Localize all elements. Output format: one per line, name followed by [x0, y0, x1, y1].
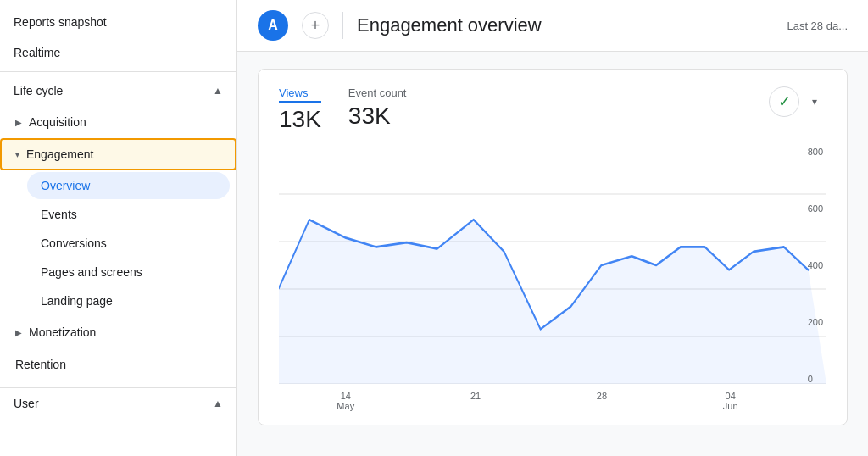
y-label-800: 800 — [808, 147, 823, 157]
reports-snapshot-label: Reports snapshot — [14, 15, 107, 29]
views-label: Views — [279, 86, 321, 103]
chart-controls: ✓ ▾ — [769, 86, 826, 117]
avatar-letter: A — [268, 18, 278, 33]
user-expand-icon: ▲ — [213, 398, 223, 409]
metrics-row: Views 13K Event count 33K ✓ ▾ — [279, 86, 826, 133]
events-label: Events — [41, 208, 77, 221]
pages-and-screens-label: Pages and screens — [41, 265, 142, 279]
nav-group-monetization: ▶ Monetization — [0, 316, 236, 348]
nav-group-header-engagement[interactable]: ▾ Engagement — [0, 138, 236, 170]
x-label-21: 21 — [470, 391, 481, 411]
add-icon: + — [311, 17, 320, 35]
sidebar-item-reports-snapshot[interactable]: Reports snapshot — [0, 7, 236, 37]
lifecycle-section: Life cycle ▲ ▶ Acquisition ▾ Engagement … — [0, 71, 236, 381]
metric-event-count: Event count 33K — [348, 86, 407, 130]
add-property-button[interactable]: + — [302, 12, 329, 39]
event-count-value: 33K — [348, 103, 407, 130]
x-label-14: 14 May — [337, 391, 354, 411]
y-axis-labels: 800 600 400 200 0 — [804, 147, 826, 384]
chart-card: Views 13K Event count 33K ✓ ▾ — [258, 69, 848, 425]
sidebar-item-pages-and-screens[interactable]: Pages and screens — [27, 259, 230, 286]
lifecycle-label: Life cycle — [14, 84, 63, 97]
checkmark-icon: ✓ — [778, 92, 791, 111]
page-title: Engagement overview — [357, 14, 773, 36]
line-chart — [279, 147, 826, 384]
content-area: Views 13K Event count 33K ✓ ▾ — [237, 52, 868, 456]
sidebar: Reports snapshot Realtime Life cycle ▲ ▶… — [0, 0, 237, 456]
compare-button[interactable]: ✓ — [769, 86, 799, 117]
sidebar-item-conversions[interactable]: Conversions — [27, 230, 230, 257]
chart-container: 800 600 400 200 0 — [279, 147, 826, 384]
y-label-400: 400 — [808, 260, 823, 270]
acquisition-arrow-icon: ▶ — [15, 118, 22, 127]
engagement-label: Engagement — [26, 147, 93, 161]
conversions-label: Conversions — [41, 236, 107, 250]
user-label: User — [14, 397, 39, 410]
x-label-04: 04 Jun — [723, 391, 738, 411]
nav-group-retention: Retention — [0, 348, 236, 381]
y-label-600: 600 — [808, 203, 823, 214]
nav-group-acquisition: ▶ Acquisition — [0, 106, 236, 138]
overview-label: Overview — [41, 179, 90, 192]
top-bar-divider — [342, 12, 343, 39]
user-section-header[interactable]: User ▲ — [0, 388, 236, 419]
monetization-arrow-icon: ▶ — [15, 328, 22, 337]
main-content: A + Engagement overview Last 28 da... Vi… — [237, 0, 868, 456]
sidebar-item-events[interactable]: Events — [27, 201, 230, 228]
lifecycle-collapse-icon: ▲ — [213, 85, 223, 97]
dropdown-arrow-icon: ▾ — [812, 96, 817, 108]
landing-page-label: Landing page — [41, 294, 113, 308]
event-count-label: Event count — [348, 86, 407, 99]
chart-options-dropdown[interactable]: ▾ — [803, 86, 826, 117]
nav-group-header-acquisition[interactable]: ▶ Acquisition — [0, 106, 236, 138]
nav-group-header-monetization[interactable]: ▶ Monetization — [0, 316, 236, 348]
user-section: User ▲ — [0, 387, 236, 419]
lifecycle-header[interactable]: Life cycle ▲ — [0, 75, 236, 106]
nav-group-header-retention[interactable]: Retention — [0, 348, 236, 381]
chart-area — [279, 220, 826, 384]
y-label-200: 200 — [808, 317, 823, 327]
x-label-28: 28 — [597, 391, 607, 411]
sidebar-item-overview[interactable]: Overview — [27, 172, 230, 199]
metric-views: Views 13K — [279, 86, 321, 133]
nav-group-engagement: ▾ Engagement Overview Events Conversions… — [0, 138, 236, 314]
retention-label: Retention — [15, 358, 66, 371]
y-label-0: 0 — [808, 374, 823, 384]
views-value: 13K — [279, 106, 321, 133]
acquisition-label: Acquisition — [29, 115, 86, 129]
engagement-sub-items: Overview Events Conversions Pages and sc… — [0, 172, 236, 314]
date-range: Last 28 da... — [787, 19, 848, 32]
top-bar: A + Engagement overview Last 28 da... — [237, 0, 868, 52]
sidebar-item-realtime[interactable]: Realtime — [0, 37, 236, 68]
avatar[interactable]: A — [258, 10, 288, 41]
engagement-arrow-icon: ▾ — [15, 150, 19, 159]
monetization-label: Monetization — [29, 325, 96, 339]
sidebar-item-landing-page[interactable]: Landing page — [27, 287, 230, 314]
realtime-label: Realtime — [14, 46, 60, 59]
